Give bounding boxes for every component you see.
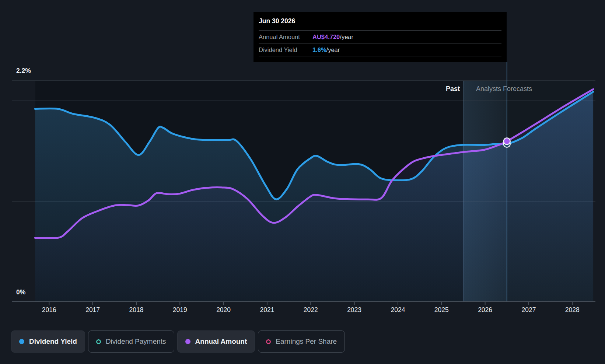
x-axis-label-2027: 2027: [521, 306, 536, 314]
x-axis-label-2022: 2022: [304, 306, 318, 314]
past-section-label: Past: [0, 85, 460, 93]
annual-amount-swatch-icon: [185, 339, 190, 344]
annual-amount-marker: [504, 138, 510, 144]
analysts-forecasts-label: Analysts Forecasts: [476, 85, 532, 93]
earnings-per-share-swatch-icon: [266, 339, 271, 344]
legend-label: Annual Amount: [195, 337, 247, 346]
y-axis-max-label: 2.2%: [16, 67, 31, 74]
x-axis-label-2023: 2023: [347, 306, 361, 314]
legend-button-dividend-payments[interactable]: Dividend Payments: [88, 330, 174, 353]
x-axis-label-2026: 2026: [478, 306, 492, 314]
tooltip-dividend-yield-label: Dividend Yield: [259, 46, 312, 53]
x-axis-label-2024: 2024: [391, 306, 405, 314]
legend-button-earnings-per-share[interactable]: Earnings Per Share: [258, 330, 345, 353]
dividend-history-chart: 2.2% 0% Past Analysts Forecasts 20162017…: [0, 0, 605, 364]
x-axis-label-2025: 2025: [434, 306, 449, 314]
dividend-payments-swatch-icon: [96, 339, 101, 344]
tooltip-dividend-yield-value: 1.6%/year: [312, 46, 340, 53]
x-axis-label-2016: 2016: [42, 306, 56, 314]
tooltip-dividend-yield-suffix: /year: [326, 46, 340, 53]
tooltip-annual-amount-label: Annual Amount: [259, 34, 312, 41]
tooltip-row-dividend-yield: Dividend Yield 1.6%/year: [259, 43, 501, 56]
x-axis-label-2021: 2021: [260, 306, 274, 314]
dividend-yield-swatch-icon: [19, 339, 24, 344]
chart-tooltip: Jun 30 2026 Annual Amount AU$4.720/year …: [253, 12, 507, 62]
legend-label: Earnings Per Share: [276, 337, 337, 346]
tooltip-date: Jun 30 2026: [259, 12, 501, 31]
x-axis-label-2017: 2017: [85, 306, 100, 314]
x-axis-label-2020: 2020: [216, 306, 231, 314]
y-axis-zero-label: 0%: [16, 288, 25, 296]
chart-legend: Dividend YieldDividend PaymentsAnnual Am…: [11, 330, 345, 353]
tooltip-row-annual-amount: Annual Amount AU$4.720/year: [259, 31, 501, 43]
tooltip-annual-amount-value: AU$4.720/year: [312, 34, 353, 41]
tooltip-annual-amount-suffix: /year: [340, 34, 353, 40]
x-axis-label-2028: 2028: [565, 306, 580, 314]
x-axis-label-2019: 2019: [173, 306, 187, 314]
legend-label: Dividend Payments: [106, 337, 166, 346]
x-axis-label-2018: 2018: [129, 306, 143, 314]
legend-button-annual-amount[interactable]: Annual Amount: [177, 330, 255, 353]
legend-button-dividend-yield[interactable]: Dividend Yield: [11, 330, 85, 353]
x-axis: 2016201720182019202020212022202320242025…: [0, 306, 605, 315]
legend-label: Dividend Yield: [29, 337, 77, 346]
